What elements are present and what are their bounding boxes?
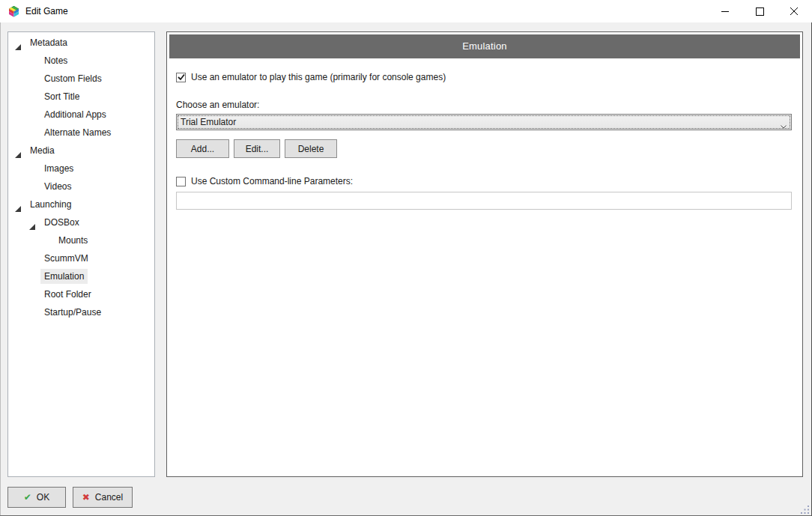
cancel-button-label: Cancel	[95, 492, 123, 503]
use-emulator-label: Use an emulator to play this game (prima…	[191, 72, 446, 82]
sidebar-item-label: Emulation	[40, 269, 88, 284]
sidebar-item-label: Notes	[40, 53, 71, 68]
checkbox-icon[interactable]	[176, 177, 186, 186]
sidebar-item-label: Videos	[40, 179, 75, 194]
sidebar-item-alternate-names[interactable]: Alternate Names	[8, 124, 154, 142]
sidebar-item-launching[interactable]: Launching	[8, 195, 154, 213]
check-icon: ✔	[24, 493, 31, 502]
add-emulator-button[interactable]: Add...	[176, 139, 229, 158]
sidebar-item-label: ScummVM	[40, 251, 92, 266]
sidebar-item-mounts[interactable]: Mounts	[8, 231, 154, 249]
sidebar-item-label: Images	[40, 161, 77, 176]
custom-params-label: Use Custom Command-line Parameters:	[191, 176, 353, 186]
ok-button[interactable]: ✔ OK	[7, 487, 66, 508]
sidebar-item-notes[interactable]: Notes	[8, 52, 154, 70]
sidebar-item-label: Launching	[26, 197, 75, 212]
resize-grip[interactable]	[799, 504, 810, 515]
tree-expander-icon[interactable]	[15, 39, 22, 46]
edit-game-window: Edit Game MetadataNotesCustom FieldsSort…	[0, 0, 812, 516]
sidebar-item-media[interactable]: Media	[8, 142, 154, 160]
sidebar-item-label: Additional Apps	[40, 107, 110, 122]
emulator-dropdown-value: Trial Emulator	[177, 117, 236, 127]
sidebar-item-videos[interactable]: Videos	[8, 177, 154, 195]
maximize-button[interactable]	[742, 0, 777, 22]
use-emulator-checkbox[interactable]: Use an emulator to play this game (prima…	[176, 72, 446, 82]
minimize-button[interactable]	[708, 0, 742, 22]
cancel-button[interactable]: ✖ Cancel	[73, 487, 133, 508]
emulator-dropdown[interactable]: Trial Emulator	[176, 114, 792, 130]
delete-emulator-button[interactable]: Delete	[285, 139, 337, 158]
window-title: Edit Game	[25, 6, 68, 16]
sidebar-item-startup-pause[interactable]: Startup/Pause	[8, 303, 154, 321]
sidebar-item-label: Root Folder	[40, 287, 95, 302]
sidebar-item-label: Media	[26, 143, 58, 158]
sidebar-item-sort-title[interactable]: Sort Title	[8, 88, 154, 106]
tree-expander-icon[interactable]	[29, 219, 36, 225]
titlebar: Edit Game	[0, 0, 812, 22]
sidebar-item-dosbox[interactable]: DOSBox	[8, 213, 154, 231]
panel-header: Emulation	[169, 34, 800, 58]
tree-expander-icon[interactable]	[15, 201, 22, 207]
launchbox-app-icon	[7, 5, 20, 18]
sidebar-item-label: Sort Title	[40, 89, 83, 104]
edit-emulator-button[interactable]: Edit...	[234, 139, 280, 158]
sidebar-item-custom-fields[interactable]: Custom Fields	[8, 70, 154, 88]
x-icon: ✖	[82, 493, 90, 502]
tree-expander-icon[interactable]	[15, 147, 22, 154]
settings-tree: MetadataNotesCustom FieldsSort TitleAddi…	[7, 31, 155, 477]
chevron-down-icon	[781, 121, 787, 131]
close-button[interactable]	[777, 0, 811, 22]
sidebar-item-emulation[interactable]: Emulation	[8, 267, 154, 285]
checkbox-icon[interactable]	[176, 73, 186, 82]
custom-params-checkbox[interactable]: Use Custom Command-line Parameters:	[176, 176, 353, 186]
sidebar-item-root-folder[interactable]: Root Folder	[8, 285, 154, 303]
sidebar-item-label: Custom Fields	[40, 71, 106, 86]
emulation-panel: Emulation Use an emulator to play this g…	[166, 31, 803, 477]
sidebar-item-label: Alternate Names	[40, 125, 115, 140]
sidebar-item-images[interactable]: Images	[8, 160, 154, 177]
sidebar-item-metadata[interactable]: Metadata	[8, 34, 154, 52]
window-controls	[708, 0, 811, 22]
sidebar-item-label: Metadata	[26, 35, 71, 50]
sidebar-item-label: Startup/Pause	[40, 305, 105, 320]
sidebar-item-label: DOSBox	[40, 215, 83, 230]
sidebar-item-additional-apps[interactable]: Additional Apps	[8, 106, 154, 124]
sidebar-item-label: Mounts	[55, 233, 91, 248]
custom-params-input[interactable]	[176, 192, 792, 210]
ok-button-label: OK	[37, 492, 49, 503]
sidebar-item-scummvm[interactable]: ScummVM	[8, 249, 154, 267]
choose-emulator-label: Choose an emulator:	[176, 100, 259, 110]
